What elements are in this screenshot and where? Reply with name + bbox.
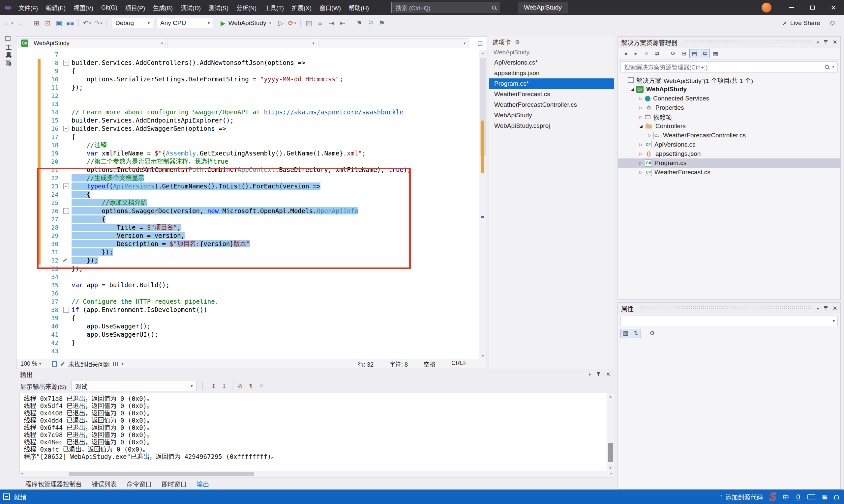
menu-item[interactable]: 扩展(X)	[288, 0, 315, 15]
tree-item[interactable]: ▷依赖项	[618, 112, 840, 122]
next-message-icon[interactable]: ↧	[219, 381, 229, 391]
doc-tab[interactable]: WeatherForecast.cs	[489, 89, 614, 100]
tool-window-tab[interactable]: 即时窗口	[157, 478, 191, 489]
expand-arrow-icon[interactable]: ▷	[637, 105, 645, 110]
chevron-down-icon[interactable]: ▾	[832, 65, 834, 69]
scroll-right-icon[interactable]: ▸	[610, 471, 613, 476]
maximize-button[interactable]	[802, 0, 823, 15]
code-line[interactable]: 26− options.SwaggerDoc(version, new Micr…	[16, 207, 479, 215]
code-line[interactable]: 13	[16, 100, 479, 108]
document-health-icon[interactable]	[52, 361, 57, 367]
code-line[interactable]: 8−builder.Services.AddControllers().AddN…	[16, 59, 479, 67]
redo-icon[interactable]: ↷▾	[93, 17, 104, 29]
indicator-margin[interactable]	[16, 265, 38, 273]
problems-status[interactable]: 未找到相关问题	[68, 360, 110, 368]
expand-arrow-icon[interactable]: ▷	[637, 115, 645, 119]
indicator-margin[interactable]	[16, 248, 38, 256]
code-line[interactable]: 34	[16, 273, 479, 281]
code-cleanup-icon[interactable]	[113, 362, 118, 366]
show-all-files-icon[interactable]: ▤	[689, 49, 699, 58]
tree-item[interactable]: ▷C#WeatherForecastController.cs	[618, 131, 840, 140]
add-to-source-control-button[interactable]: ↑ 添加到源代码	[719, 492, 763, 501]
scrollbar-thumb[interactable]	[69, 472, 254, 476]
column-indicator[interactable]: 字符: 8	[389, 360, 408, 368]
output-source-dropdown[interactable]: 调试 ▾	[71, 381, 196, 391]
doc-tab[interactable]: Program.cs*	[489, 78, 614, 89]
indicator-margin[interactable]	[16, 322, 38, 330]
code-line[interactable]: 33});	[16, 265, 479, 273]
ime-indicator[interactable]: 中	[783, 492, 789, 501]
close-button[interactable]: ×	[823, 0, 844, 15]
object-selector-dropdown[interactable]: ▾	[620, 316, 838, 326]
navigate-forward-icon[interactable]: →	[15, 17, 25, 29]
pin-icon[interactable]	[824, 39, 828, 45]
doc-tab[interactable]: appsettings.json	[489, 68, 614, 78]
layout-grid-icon[interactable]: ▦	[822, 493, 828, 500]
code-line[interactable]: 22 //生成多个文档显示	[16, 174, 479, 182]
chevron-down-icon[interactable]: ▾	[122, 362, 124, 366]
indicator-margin[interactable]	[16, 273, 38, 281]
menu-item[interactable]: 生成(B)	[149, 0, 177, 15]
code-line[interactable]: 30 Description = $"项目名:{version}版本"	[16, 240, 479, 248]
code-line[interactable]: 24 {	[16, 191, 479, 199]
expand-arrow-icon[interactable]: ▷	[637, 142, 645, 147]
menu-item[interactable]: 分析(N)	[232, 0, 260, 15]
start-debugging-button[interactable]: ▶ WebApiStudy ▾	[217, 17, 275, 29]
tree-item[interactable]: ▷C#Program.cs	[618, 159, 840, 168]
code-line[interactable]: 19 var xmlFileName = $"{Assembly.GetExec…	[16, 149, 479, 158]
indicator-margin[interactable]	[16, 125, 38, 133]
indicator-margin[interactable]	[16, 108, 38, 116]
scroll-left-icon[interactable]: ◂	[21, 471, 23, 476]
tree-item[interactable]: ▷C#ApiVersions.cs	[618, 140, 840, 149]
tool-window-tab[interactable]: 命令窗口	[122, 478, 156, 489]
tool-window-tab[interactable]: 输出	[192, 478, 214, 489]
close-icon[interactable]: ×	[833, 304, 837, 312]
new-project-icon[interactable]: ⊞	[31, 17, 42, 29]
code-line[interactable]: 14// Learn more about configuring Swagge…	[16, 108, 479, 116]
minimize-button[interactable]	[781, 0, 802, 15]
indicator-margin[interactable]	[16, 50, 38, 59]
vertical-splitter[interactable]	[614, 31, 618, 489]
background-tasks-icon[interactable]	[3, 493, 10, 500]
scroll-down-icon[interactable]: ▾	[479, 353, 487, 358]
tree-item[interactable]: ▷Connected Services	[618, 94, 840, 103]
code-line[interactable]: 11});	[16, 83, 479, 92]
doc-tab[interactable]: ApiVersions.cs*	[489, 57, 614, 68]
indicator-margin[interactable]	[16, 223, 38, 232]
fold-toggle-icon[interactable]: −	[63, 183, 69, 189]
indicator-margin[interactable]	[16, 207, 38, 215]
pin-icon[interactable]	[824, 306, 828, 311]
indicator-margin[interactable]	[16, 75, 38, 83]
indicator-margin[interactable]	[16, 67, 38, 75]
split-window-button[interactable]: ◫	[475, 38, 485, 48]
increase-indent-icon[interactable]: ⇥	[326, 17, 337, 29]
tree-item[interactable]: 解决方案"WebApiStudy"(1 个项目/共 1 个)	[618, 75, 840, 85]
window-position-icon[interactable]: ▾	[589, 372, 591, 377]
output-text[interactable]: 线程 0x71a8 已退出，返回值为 0 (0x0)。线程 0x5df4 已退出…	[19, 393, 607, 471]
code-line[interactable]: 21 options.IncludeXmlComments(Path.Combi…	[16, 166, 479, 174]
menu-item[interactable]: 工具(T)	[260, 0, 288, 15]
property-pages-icon[interactable]: ⚙	[647, 329, 657, 338]
live-share-button[interactable]: ↗ Live Share	[782, 19, 820, 27]
next-bookmark-icon[interactable]: ⚑	[377, 17, 387, 29]
code-line[interactable]: 20 //第二个参数为是否显示控制器注释，我选择true	[16, 158, 479, 166]
doc-tab[interactable]: WebApiStudy.csproj	[489, 121, 614, 131]
menu-item[interactable]: 测试(S)	[205, 0, 232, 15]
indicator-margin[interactable]	[16, 215, 38, 223]
code-line[interactable]: 41 app.UseSwaggerUI();	[16, 330, 479, 339]
toggle-bookmark-icon[interactable]: ⚑	[354, 17, 365, 29]
nav-member-dropdown[interactable]: ▾	[318, 38, 468, 48]
scrollbar-thumb[interactable]	[608, 443, 613, 462]
indicator-margin[interactable]	[16, 339, 38, 347]
microphone-icon[interactable]	[796, 494, 800, 499]
fold-toggle-icon[interactable]: −	[63, 126, 69, 131]
start-without-debugging-icon[interactable]: ▷	[276, 17, 286, 29]
close-icon[interactable]: ×	[606, 370, 610, 378]
code-line[interactable]: 10 options.SerializerSettings.DateFormat…	[16, 75, 479, 83]
window-position-icon[interactable]: ▾	[817, 40, 819, 45]
code-line[interactable]: 39{	[16, 314, 479, 322]
code-area[interactable]: 78−builder.Services.AddControllers().Add…	[16, 50, 487, 359]
indicator-margin[interactable]	[16, 347, 38, 355]
indicator-margin[interactable]	[16, 182, 38, 191]
editor-vertical-scrollbar[interactable]: ▴ ▾	[479, 50, 487, 359]
